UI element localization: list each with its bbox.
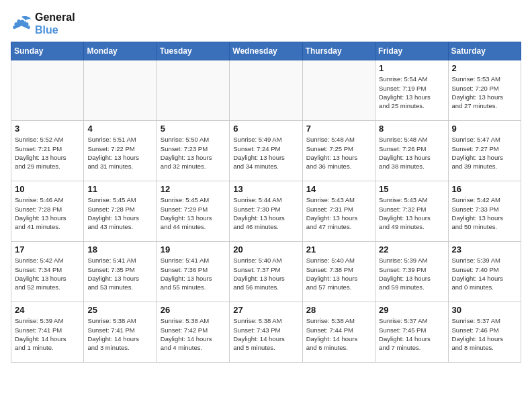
- weekday-header-wednesday: Wednesday: [230, 42, 302, 60]
- day-info: Sunrise: 5:41 AM Sunset: 7:35 PM Dayligh…: [87, 256, 152, 291]
- day-number: 23: [452, 244, 517, 255]
- calendar-cell: 1Sunrise: 5:54 AM Sunset: 7:19 PM Daylig…: [375, 60, 448, 121]
- calendar-week-3: 10Sunrise: 5:46 AM Sunset: 7:28 PM Dayli…: [11, 181, 521, 242]
- day-info: Sunrise: 5:41 AM Sunset: 7:36 PM Dayligh…: [161, 256, 226, 291]
- day-number: 2: [452, 63, 517, 73]
- day-number: 1: [379, 63, 444, 73]
- calendar-week-2: 3Sunrise: 5:52 AM Sunset: 7:21 PM Daylig…: [11, 121, 521, 181]
- calendar-header: SundayMondayTuesdayWednesdayThursdayFrid…: [11, 42, 521, 60]
- logo-text-general: General: [35, 11, 75, 24]
- day-info: Sunrise: 5:38 AM Sunset: 7:42 PM Dayligh…: [161, 316, 226, 352]
- calendar-cell: 5Sunrise: 5:50 AM Sunset: 7:23 PM Daylig…: [157, 121, 229, 181]
- day-number: 19: [161, 244, 226, 255]
- day-number: 28: [306, 305, 371, 315]
- day-info: Sunrise: 5:48 AM Sunset: 7:25 PM Dayligh…: [306, 135, 371, 171]
- weekday-header-row: SundayMondayTuesdayWednesdayThursdayFrid…: [11, 42, 521, 60]
- calendar-week-5: 24Sunrise: 5:39 AM Sunset: 7:41 PM Dayli…: [11, 302, 521, 363]
- day-info: Sunrise: 5:39 AM Sunset: 7:40 PM Dayligh…: [452, 256, 517, 291]
- day-info: Sunrise: 5:38 AM Sunset: 7:43 PM Dayligh…: [233, 316, 298, 352]
- calendar-cell: 26Sunrise: 5:38 AM Sunset: 7:42 PM Dayli…: [157, 302, 229, 363]
- day-info: Sunrise: 5:44 AM Sunset: 7:30 PM Dayligh…: [233, 195, 298, 231]
- logo: General Blue: [11, 11, 75, 36]
- day-info: Sunrise: 5:42 AM Sunset: 7:34 PM Dayligh…: [15, 256, 80, 291]
- calendar-cell: 7Sunrise: 5:48 AM Sunset: 7:25 PM Daylig…: [302, 121, 375, 181]
- calendar-cell: 20Sunrise: 5:40 AM Sunset: 7:37 PM Dayli…: [230, 242, 302, 302]
- day-info: Sunrise: 5:54 AM Sunset: 7:19 PM Dayligh…: [379, 75, 444, 110]
- day-number: 22: [379, 244, 444, 255]
- day-number: 14: [306, 184, 371, 194]
- calendar-cell: 9Sunrise: 5:47 AM Sunset: 7:27 PM Daylig…: [448, 121, 521, 181]
- calendar-cell: 18Sunrise: 5:41 AM Sunset: 7:35 PM Dayli…: [84, 242, 157, 302]
- day-info: Sunrise: 5:52 AM Sunset: 7:21 PM Dayligh…: [15, 135, 80, 171]
- day-info: Sunrise: 5:45 AM Sunset: 7:29 PM Dayligh…: [161, 195, 226, 231]
- calendar-cell: 2Sunrise: 5:53 AM Sunset: 7:20 PM Daylig…: [448, 60, 521, 121]
- calendar-cell: [11, 60, 84, 121]
- calendar-cell: 11Sunrise: 5:45 AM Sunset: 7:28 PM Dayli…: [84, 181, 157, 242]
- calendar-body: 1Sunrise: 5:54 AM Sunset: 7:19 PM Daylig…: [11, 60, 521, 363]
- calendar-cell: 15Sunrise: 5:43 AM Sunset: 7:32 PM Dayli…: [375, 181, 448, 242]
- day-number: 18: [87, 244, 152, 255]
- day-number: 4: [87, 124, 152, 134]
- calendar-cell: 14Sunrise: 5:43 AM Sunset: 7:31 PM Dayli…: [302, 181, 375, 242]
- day-info: Sunrise: 5:38 AM Sunset: 7:41 PM Dayligh…: [87, 316, 152, 352]
- calendar-cell: 22Sunrise: 5:39 AM Sunset: 7:39 PM Dayli…: [375, 242, 448, 302]
- calendar-cell: 29Sunrise: 5:37 AM Sunset: 7:45 PM Dayli…: [375, 302, 448, 363]
- day-info: Sunrise: 5:37 AM Sunset: 7:45 PM Dayligh…: [379, 316, 444, 352]
- calendar-cell: 28Sunrise: 5:38 AM Sunset: 7:44 PM Dayli…: [302, 302, 375, 363]
- day-number: 11: [87, 184, 152, 194]
- calendar-cell: 25Sunrise: 5:38 AM Sunset: 7:41 PM Dayli…: [84, 302, 157, 363]
- calendar-cell: 17Sunrise: 5:42 AM Sunset: 7:34 PM Dayli…: [11, 242, 84, 302]
- day-info: Sunrise: 5:42 AM Sunset: 7:33 PM Dayligh…: [452, 195, 517, 231]
- day-number: 20: [233, 244, 298, 255]
- day-info: Sunrise: 5:50 AM Sunset: 7:23 PM Dayligh…: [161, 135, 226, 171]
- calendar-cell: [84, 60, 157, 121]
- day-number: 6: [233, 124, 298, 134]
- calendar-cell: 21Sunrise: 5:40 AM Sunset: 7:38 PM Dayli…: [302, 242, 375, 302]
- day-number: 29: [379, 305, 444, 315]
- day-number: 10: [15, 184, 80, 194]
- logo-text-blue: Blue: [35, 24, 75, 36]
- day-info: Sunrise: 5:46 AM Sunset: 7:28 PM Dayligh…: [15, 195, 80, 231]
- calendar-week-1: 1Sunrise: 5:54 AM Sunset: 7:19 PM Daylig…: [11, 60, 521, 121]
- weekday-header-tuesday: Tuesday: [157, 42, 229, 60]
- day-info: Sunrise: 5:38 AM Sunset: 7:44 PM Dayligh…: [306, 316, 371, 352]
- day-number: 27: [233, 305, 298, 315]
- weekday-header-monday: Monday: [84, 42, 157, 60]
- day-info: Sunrise: 5:47 AM Sunset: 7:27 PM Dayligh…: [452, 135, 517, 171]
- day-number: 25: [87, 305, 152, 315]
- day-number: 15: [379, 184, 444, 194]
- day-number: 26: [161, 305, 226, 315]
- day-number: 7: [306, 124, 371, 134]
- day-number: 8: [379, 124, 444, 134]
- calendar-cell: 4Sunrise: 5:51 AM Sunset: 7:22 PM Daylig…: [84, 121, 157, 181]
- calendar-cell: 30Sunrise: 5:37 AM Sunset: 7:46 PM Dayli…: [448, 302, 521, 363]
- day-number: 16: [452, 184, 517, 194]
- calendar-table: SundayMondayTuesdayWednesdayThursdayFrid…: [11, 42, 521, 363]
- day-info: Sunrise: 5:51 AM Sunset: 7:22 PM Dayligh…: [87, 135, 152, 171]
- calendar-cell: 19Sunrise: 5:41 AM Sunset: 7:36 PM Dayli…: [157, 242, 229, 302]
- day-number: 9: [452, 124, 517, 134]
- weekday-header-sunday: Sunday: [11, 42, 84, 60]
- day-number: 17: [15, 244, 80, 255]
- weekday-header-thursday: Thursday: [302, 42, 375, 60]
- calendar-cell: 13Sunrise: 5:44 AM Sunset: 7:30 PM Dayli…: [230, 181, 302, 242]
- day-number: 24: [15, 305, 80, 315]
- day-number: 5: [161, 124, 226, 134]
- day-info: Sunrise: 5:43 AM Sunset: 7:32 PM Dayligh…: [379, 195, 444, 231]
- calendar-cell: [157, 60, 229, 121]
- calendar-cell: 6Sunrise: 5:49 AM Sunset: 7:24 PM Daylig…: [230, 121, 302, 181]
- day-info: Sunrise: 5:48 AM Sunset: 7:26 PM Dayligh…: [379, 135, 444, 171]
- calendar-cell: 8Sunrise: 5:48 AM Sunset: 7:26 PM Daylig…: [375, 121, 448, 181]
- calendar-cell: 16Sunrise: 5:42 AM Sunset: 7:33 PM Dayli…: [448, 181, 521, 242]
- day-info: Sunrise: 5:40 AM Sunset: 7:37 PM Dayligh…: [233, 256, 298, 291]
- day-number: 12: [161, 184, 226, 194]
- calendar-cell: [302, 60, 375, 121]
- day-info: Sunrise: 5:37 AM Sunset: 7:46 PM Dayligh…: [452, 316, 517, 352]
- calendar-cell: [230, 60, 302, 121]
- calendar-cell: 10Sunrise: 5:46 AM Sunset: 7:28 PM Dayli…: [11, 181, 84, 242]
- weekday-header-friday: Friday: [375, 42, 448, 60]
- day-number: 21: [306, 244, 371, 255]
- day-info: Sunrise: 5:39 AM Sunset: 7:39 PM Dayligh…: [379, 256, 444, 291]
- day-number: 30: [452, 305, 517, 315]
- calendar-cell: 27Sunrise: 5:38 AM Sunset: 7:43 PM Dayli…: [230, 302, 302, 363]
